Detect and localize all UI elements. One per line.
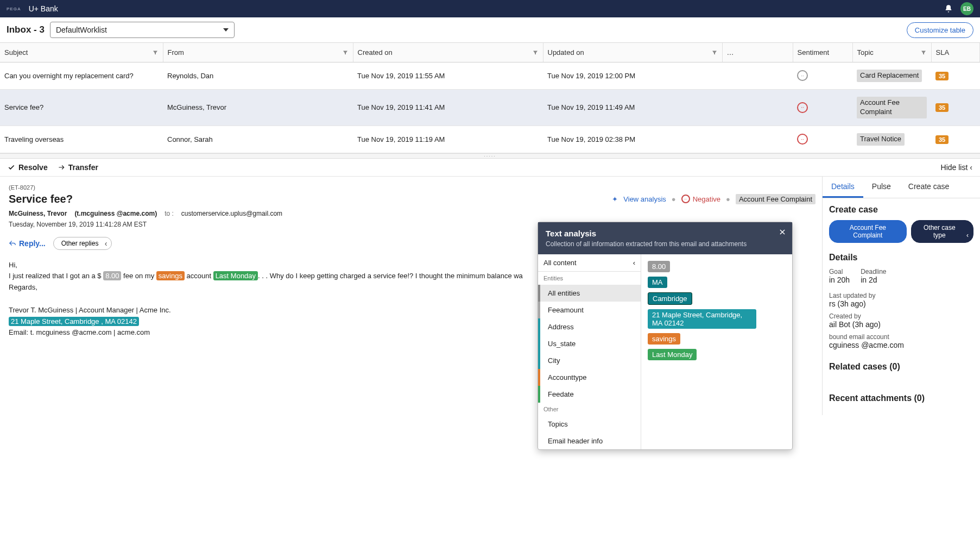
other-replies-button[interactable]: Other replies <box>53 237 112 250</box>
col-subject[interactable]: Subject <box>0 43 163 62</box>
body-text: fee on my <box>121 272 156 280</box>
entities-section-label: Entities <box>538 272 641 285</box>
nav-all-content[interactable]: All content ‹ <box>538 254 641 272</box>
filter-icon[interactable] <box>711 49 718 56</box>
cell-updated: Tue Nov 19, 2019 12:00 PM <box>543 62 722 90</box>
entity-chip-state: MA <box>648 277 667 288</box>
nav-city[interactable]: City <box>538 352 641 369</box>
goal-deadline-row: Goal in 20h Deadline in 2d <box>829 268 973 292</box>
sad-face-icon: ·· <box>797 102 808 113</box>
last-updated-label: Last updated by <box>829 292 973 299</box>
cell-updated: Tue Nov 19, 2019 02:38 PM <box>543 126 722 153</box>
sla-badge: 35 <box>935 103 949 112</box>
table-row[interactable]: Can you overnight my replacement card? R… <box>0 62 980 90</box>
transfer-button[interactable]: Transfer <box>58 163 98 172</box>
arrow-right-icon <box>58 164 65 171</box>
col-topic[interactable]: Topic <box>852 43 931 62</box>
col-updated[interactable]: Updated on <box>543 43 722 62</box>
created-by-label: Created by <box>829 312 973 320</box>
action-bar-left: Resolve Transfer <box>8 163 98 172</box>
details-heading: Details <box>829 253 973 262</box>
separator-dot: ● <box>672 195 676 203</box>
lower-panel: (ET-8027) Service fee? McGuiness, Trevor… <box>0 177 980 415</box>
user-avatar[interactable]: EB <box>960 2 973 15</box>
nav-us-state[interactable]: Us_state <box>538 335 641 352</box>
col-sentiment-label: Sentiment <box>798 48 830 57</box>
entity-chip-feedate: Last Monday <box>648 349 697 360</box>
nav-accounttype[interactable]: Accounttype <box>538 369 641 386</box>
filter-icon[interactable] <box>152 49 159 56</box>
reply-icon <box>9 240 16 247</box>
deadline-label: Deadline <box>861 268 886 276</box>
col-from-label: From <box>168 48 184 57</box>
sparkle-icon: ✦ <box>612 195 618 203</box>
inbox-header-left: Inbox - 3 DefaultWorklist <box>7 22 235 38</box>
topbar: PEGA U+ Bank EB <box>0 0 980 17</box>
col-from[interactable]: From <box>163 43 353 62</box>
goal-label: Goal <box>829 268 850 276</box>
entity-chip-address: 21 Maple Street, Cambridge, MA 02142 <box>648 309 756 329</box>
hide-list-label: Hide list <box>941 163 968 172</box>
hide-list-button[interactable]: Hide list ‹ <box>941 163 972 172</box>
topbar-right: EB <box>944 2 973 15</box>
cell-topic: Account Fee Complaint <box>852 89 931 126</box>
created-by-value: ail Bot (3h ago) <box>829 320 973 329</box>
table-row[interactable]: Traveling overseas Connor, Sarah Tue Nov… <box>0 126 980 153</box>
close-button[interactable] <box>777 227 788 237</box>
deadline-block: Deadline in 2d <box>861 268 886 287</box>
split-handle[interactable]: ····· <box>0 153 980 159</box>
entity-chip-feeamount: 8.00 <box>648 261 670 272</box>
check-icon <box>8 164 15 171</box>
cell-extra <box>722 126 793 153</box>
tab-pulse[interactable]: Pulse <box>863 177 900 198</box>
popover-entities: 8.00 MA Cambridge 21 Maple Street, Cambr… <box>641 254 792 415</box>
all-content-label: All content <box>543 259 577 267</box>
nav-address[interactable]: Address <box>538 318 641 335</box>
nav-feedate[interactable]: Feedate <box>538 386 641 403</box>
text-analysis-popover: Text analysis Collection of all informat… <box>538 222 793 415</box>
col-sla[interactable]: SLA <box>931 43 980 62</box>
account-fee-complaint-button[interactable]: Account Fee Complaint <box>829 220 907 243</box>
col-subject-label: Subject <box>4 48 28 57</box>
email-from-name: McGuiness, Trevor <box>9 210 67 217</box>
filter-icon[interactable] <box>532 49 539 56</box>
tab-details[interactable]: Details <box>823 177 863 198</box>
nav-all-entities[interactable]: All entities <box>538 285 641 302</box>
other-section-label: Other <box>538 403 641 415</box>
worklist-dropdown[interactable]: DefaultWorklist <box>50 22 235 38</box>
topbar-left: PEGA U+ Bank <box>7 4 58 13</box>
case-buttons: Account Fee Complaint Other case type <box>829 220 973 243</box>
cell-from: Connor, Sarah <box>163 126 353 153</box>
filter-icon[interactable] <box>342 49 349 56</box>
entity-accounttype: savings <box>156 271 185 280</box>
sad-face-icon: ·· <box>681 195 690 203</box>
view-analysis-link[interactable]: View analysis <box>623 195 666 203</box>
topic-tag: Account Fee Complaint <box>857 97 927 118</box>
deadline-value: in 2d <box>861 276 886 284</box>
cell-sla: 35 <box>931 89 980 126</box>
topic-tag: Travel Notice <box>857 133 905 146</box>
topic-tag: Card Replacement <box>857 70 922 82</box>
resolve-button[interactable]: Resolve <box>8 163 48 172</box>
action-bar: Resolve Transfer Hide list ‹ <box>0 159 980 177</box>
nav-feeamount[interactable]: Feeamount <box>538 302 641 318</box>
sla-badge: 35 <box>935 135 949 144</box>
sentiment-label: Negative <box>693 195 720 203</box>
tab-create-case[interactable]: Create case <box>900 177 958 198</box>
table-row[interactable]: Service fee? McGuiness, Trevor Tue Nov 1… <box>0 89 980 126</box>
customize-table-button[interactable]: Customize table <box>907 22 973 38</box>
col-sentiment[interactable]: Sentiment <box>793 43 852 62</box>
col-created[interactable]: Created on <box>353 43 543 62</box>
cell-from: Reynolds, Dan <box>163 62 353 90</box>
topic-chip: Account Fee Complaint <box>736 194 815 204</box>
col-extra[interactable]: … <box>722 43 793 62</box>
filter-icon[interactable] <box>920 49 927 56</box>
notifications-icon[interactable] <box>944 4 953 13</box>
body-text: account <box>185 272 213 280</box>
popover-title: Text analysis <box>546 229 785 238</box>
other-case-type-button[interactable]: Other case type <box>911 220 973 243</box>
last-updated-value: rs (3h ago) <box>829 299 973 308</box>
reply-button[interactable]: Reply... <box>9 239 46 248</box>
separator-dot: ● <box>726 195 730 203</box>
cell-created: Tue Nov 19, 2019 11:41 AM <box>353 89 543 126</box>
